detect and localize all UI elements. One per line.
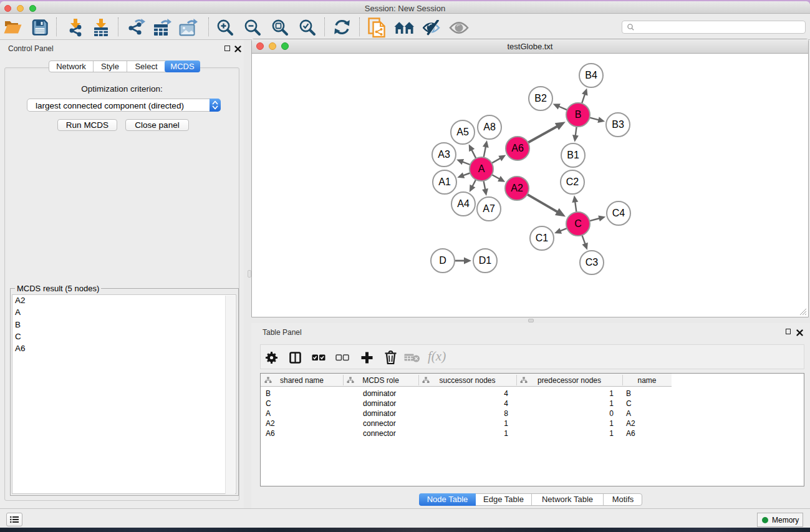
svg-text:C1: C1 [536, 233, 549, 243]
svg-text:B1: B1 [567, 150, 579, 160]
svg-text:A3: A3 [438, 149, 450, 160]
svg-text:D1: D1 [479, 255, 492, 266]
svg-text:B2: B2 [534, 93, 547, 104]
svg-text:C: C [574, 218, 582, 229]
svg-text:A4: A4 [457, 198, 470, 209]
svg-text:B4: B4 [585, 70, 597, 80]
svg-text:A8: A8 [483, 122, 496, 132]
svg-text:A6: A6 [511, 143, 524, 153]
svg-text:B3: B3 [612, 119, 624, 130]
svg-text:A: A [478, 163, 485, 174]
svg-text:C2: C2 [566, 177, 579, 187]
svg-text:A7: A7 [483, 203, 495, 214]
svg-text:C3: C3 [586, 257, 599, 268]
svg-text:C4: C4 [612, 208, 625, 218]
svg-text:A1: A1 [438, 177, 451, 187]
svg-text:A5: A5 [456, 127, 469, 137]
svg-text:B: B [575, 109, 582, 120]
svg-text:D: D [439, 255, 446, 266]
svg-text:A2: A2 [511, 183, 523, 193]
